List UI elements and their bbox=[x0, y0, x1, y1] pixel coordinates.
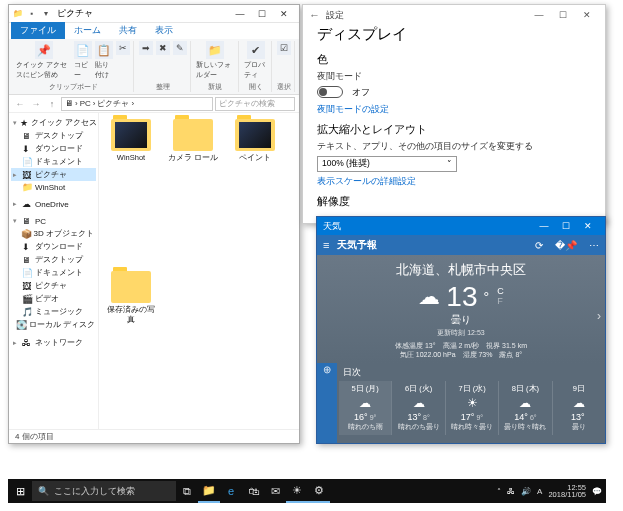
edge-task[interactable]: e bbox=[220, 479, 242, 503]
taskbar: ⊞ 🔍 ここに入力して検索 ⧉ 📁 e 🛍 ✉ ☀ ⚙ ˄ 🖧 🔊 A 12:5… bbox=[8, 479, 606, 503]
unit-f[interactable]: F bbox=[497, 297, 504, 307]
back-button[interactable]: ← bbox=[13, 97, 27, 111]
weather-header: ≡ 天気予報 ⟳ �📌 ⋯ bbox=[317, 235, 605, 255]
ime-icon[interactable]: A bbox=[537, 487, 542, 496]
notifications-icon[interactable]: 💬 bbox=[592, 487, 602, 496]
next-icon[interactable]: › bbox=[597, 309, 601, 323]
maximize-button[interactable]: ☐ bbox=[555, 218, 577, 234]
pin-icon[interactable]: �📌 bbox=[555, 240, 577, 251]
nav-video[interactable]: 🎬ビデオ bbox=[11, 292, 96, 305]
folder-item[interactable]: ペイント bbox=[229, 119, 281, 163]
day-item[interactable]: 9日☁13°曇り bbox=[552, 381, 605, 435]
start-button[interactable]: ⊞ bbox=[8, 479, 32, 503]
qat-btn[interactable]: ▪ bbox=[27, 9, 37, 19]
window-title: ピクチャ bbox=[57, 7, 93, 20]
select-button[interactable]: ☑ bbox=[277, 41, 291, 55]
hamburger-icon[interactable]: ≡ bbox=[323, 239, 329, 251]
close-button[interactable]: ✕ bbox=[273, 6, 295, 22]
folder-item[interactable]: カメラ ロール bbox=[167, 119, 219, 163]
tab-share[interactable]: 共有 bbox=[110, 22, 146, 39]
nav-documents[interactable]: 📄ドキュメント bbox=[11, 155, 96, 168]
tab-view[interactable]: 表示 bbox=[146, 22, 182, 39]
properties-button[interactable]: ✔プロパティ bbox=[244, 41, 268, 80]
weather-titlebar[interactable]: 天気 — ☐ ✕ bbox=[317, 217, 605, 235]
folder-content[interactable]: WinShot カメラ ロール ペイント 保存済みの写真 bbox=[99, 113, 299, 429]
minimize-button[interactable]: — bbox=[533, 218, 555, 234]
page-title: ディスプレイ bbox=[317, 25, 591, 44]
updated: 更新時刻 12:53 bbox=[327, 328, 595, 338]
qat-btn[interactable]: ▾ bbox=[41, 9, 51, 19]
minimize-button[interactable]: — bbox=[527, 6, 551, 24]
night-mode-toggle[interactable] bbox=[317, 86, 343, 98]
section-resolution: 解像度 bbox=[317, 194, 591, 209]
new-folder-button[interactable]: 📁新しいフォルダー bbox=[196, 41, 235, 80]
nav-downloads[interactable]: ⬇ダウンロード bbox=[11, 142, 96, 155]
settings-titlebar[interactable]: ← 設定 — ☐ ✕ bbox=[303, 5, 605, 25]
move-button[interactable]: ➡ bbox=[139, 41, 153, 55]
network-icon[interactable]: 🖧 bbox=[507, 487, 515, 496]
close-button[interactable]: ✕ bbox=[575, 6, 599, 24]
refresh-icon[interactable]: ⟳ bbox=[535, 240, 543, 251]
copy-button[interactable]: 📄コピー bbox=[74, 41, 92, 80]
section-scale: 拡大縮小とレイアウト bbox=[317, 122, 591, 137]
up-button[interactable]: ↑ bbox=[45, 97, 59, 111]
day-item[interactable]: 6日 (火)☁13°8°晴れのち曇り bbox=[391, 381, 444, 435]
nav-network[interactable]: ▸🖧ネットワーク bbox=[11, 336, 96, 349]
nav-onedrive[interactable]: ▸☁OneDrive bbox=[11, 198, 96, 210]
taskbar-search[interactable]: 🔍 ここに入力して検索 bbox=[32, 481, 176, 501]
window-title: 天気 bbox=[323, 220, 341, 233]
paste-button[interactable]: 📋貼り付け bbox=[95, 41, 113, 80]
chevron-down-icon: ˅ bbox=[447, 159, 452, 169]
nav-desktop[interactable]: 🖥デスクトップ bbox=[11, 129, 96, 142]
folder-item[interactable]: WinShot bbox=[105, 119, 157, 162]
more-icon[interactable]: ⋯ bbox=[589, 240, 599, 251]
scale-advanced-link[interactable]: 表示スケールの詳細設定 bbox=[317, 176, 591, 188]
day-item[interactable]: 5日 (月)☁16°9°晴れのち雨 bbox=[339, 381, 391, 435]
clock[interactable]: 12:55 2018/11/05 bbox=[548, 484, 586, 499]
scale-select[interactable]: 100% (推奨)˅ bbox=[317, 156, 457, 172]
close-button[interactable]: ✕ bbox=[577, 218, 599, 234]
tab-home[interactable]: ホーム bbox=[65, 22, 110, 39]
nav-pictures[interactable]: ▸🖼ピクチャ bbox=[11, 168, 96, 181]
cut-button[interactable]: ✂ bbox=[116, 41, 130, 55]
breadcrumb[interactable]: 🖥 › PC › ピクチャ › bbox=[61, 97, 213, 111]
nav-pc[interactable]: ▾🖥PC bbox=[11, 215, 96, 227]
search-input[interactable]: ピクチャの検索 bbox=[215, 97, 295, 111]
nav-doc2[interactable]: 📄ドキュメント bbox=[11, 266, 96, 279]
nav-cdrive[interactable]: 💽ローカル ディスク (C:) bbox=[11, 318, 96, 331]
nav-desk2[interactable]: 🖥デスクトップ bbox=[11, 253, 96, 266]
tab-file[interactable]: ファイル bbox=[11, 22, 65, 39]
tab-places[interactable]: ⊕ bbox=[323, 364, 331, 375]
back-button[interactable]: ← bbox=[309, 9, 320, 21]
minimize-button[interactable]: — bbox=[229, 6, 251, 22]
delete-button[interactable]: ✖ bbox=[156, 41, 170, 55]
maximize-button[interactable]: ☐ bbox=[551, 6, 575, 24]
explorer-task[interactable]: 📁 bbox=[198, 479, 220, 503]
tray-up-icon[interactable]: ˄ bbox=[497, 487, 501, 496]
nav-dl2[interactable]: ⬇ダウンロード bbox=[11, 240, 96, 253]
store-task[interactable]: 🛍 bbox=[242, 479, 264, 503]
maximize-button[interactable]: ☐ bbox=[251, 6, 273, 22]
pin-button[interactable]: 📌クイック アクセスにピン留め bbox=[16, 41, 71, 80]
status-bar: 4 個の項目 bbox=[9, 429, 299, 443]
nav-pic2[interactable]: 🖼ピクチャ bbox=[11, 279, 96, 292]
day-item[interactable]: 8日 (木)☁14°6°曇り時々晴れ bbox=[498, 381, 551, 435]
nav-quick-access[interactable]: ▾★クイック アクセス bbox=[11, 116, 96, 129]
settings-task[interactable]: ⚙ bbox=[308, 479, 330, 503]
nav-winshot[interactable]: 📁WinShot bbox=[11, 181, 96, 193]
mail-task[interactable]: ✉ bbox=[264, 479, 286, 503]
day-item[interactable]: 7日 (水)☀17°9°晴れ時々曇り bbox=[445, 381, 498, 435]
task-view-button[interactable]: ⧉ bbox=[176, 479, 198, 503]
weather-task[interactable]: ☀ bbox=[286, 479, 308, 503]
nav-music[interactable]: 🎵ミュージック bbox=[11, 305, 96, 318]
volume-icon[interactable]: 🔊 bbox=[521, 487, 531, 496]
night-mode-link[interactable]: 夜間モードの設定 bbox=[317, 104, 591, 116]
window-title: 設定 bbox=[326, 9, 344, 22]
system-tray[interactable]: ˄ 🖧 🔊 A 12:55 2018/11/05 💬 bbox=[493, 484, 606, 499]
forward-button[interactable]: → bbox=[29, 97, 43, 111]
nav-3d[interactable]: 📦3D オブジェクト bbox=[11, 227, 96, 240]
rename-button[interactable]: ✎ bbox=[173, 41, 187, 55]
folder-item[interactable]: 保存済みの写真 bbox=[105, 271, 157, 325]
section-color: 色 bbox=[317, 52, 591, 67]
explorer-titlebar[interactable]: 📁 ▪ ▾ ピクチャ — ☐ ✕ bbox=[9, 5, 299, 23]
